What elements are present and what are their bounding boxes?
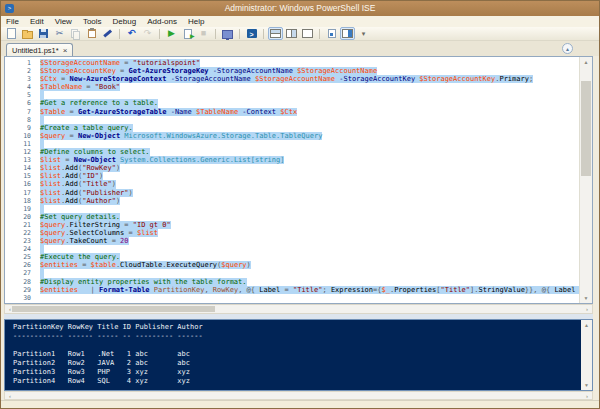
code-line[interactable]: 17$list.Add("Publisher") bbox=[5, 189, 580, 197]
collapse-script-pane-button[interactable]: ▴ bbox=[562, 43, 573, 54]
code-text: #Set query details. bbox=[40, 213, 120, 221]
code-line[interactable]: 26$entities = $table.CloudTable.ExecuteQ… bbox=[5, 261, 580, 269]
code-line[interactable]: 7$Table = Get-AzureStorageTable -Name $T… bbox=[5, 108, 580, 116]
menu-debug[interactable]: Debug bbox=[113, 17, 137, 26]
tab-untitled1[interactable]: Untitled1.ps1* × bbox=[6, 43, 73, 57]
code-line[interactable]: 2$StorageAccountKey = Get-AzureStorageKe… bbox=[5, 67, 580, 75]
code-text: $query.SelectColumns = $list bbox=[40, 229, 158, 237]
editor-vscroll-thumb[interactable] bbox=[581, 81, 591, 176]
scroll-right-icon[interactable]: › bbox=[582, 392, 592, 399]
code-text: $query.TakeCount = 20 bbox=[40, 237, 129, 245]
undo-button[interactable] bbox=[124, 27, 139, 40]
code-line[interactable]: 21$query.FilterString = "ID gt 0" bbox=[5, 221, 580, 229]
console-output-pane[interactable]: PartitionKey RowKey Title ID Publisher A… bbox=[4, 319, 593, 391]
line-number: 8 bbox=[5, 116, 40, 124]
line-number: 24 bbox=[5, 245, 40, 253]
show-script-pane-maximized-button[interactable] bbox=[300, 27, 315, 40]
scroll-left-icon[interactable]: ‹ bbox=[5, 392, 15, 399]
scroll-down-icon[interactable]: ▼ bbox=[580, 293, 592, 303]
editor-horizontal-scrollbar[interactable]: ‹ › bbox=[4, 304, 593, 314]
code-line[interactable]: 1$StorageAccountName = "tutorialspoint" bbox=[5, 59, 580, 67]
code-line[interactable]: 14$list.Add("RowKey") bbox=[5, 164, 580, 172]
show-command-addon-button[interactable] bbox=[340, 27, 355, 40]
code-line[interactable]: 5 bbox=[5, 91, 580, 99]
cut-button[interactable] bbox=[52, 27, 67, 40]
menu-edit[interactable]: Edit bbox=[30, 17, 44, 26]
code-line[interactable]: 6#Get a reference to a table. bbox=[5, 99, 580, 107]
tab-close-icon[interactable]: × bbox=[63, 45, 68, 57]
clear-console-pane-button[interactable] bbox=[100, 27, 115, 40]
paste-button[interactable] bbox=[84, 27, 99, 40]
code-line[interactable]: 23$query.TakeCount = 20 bbox=[5, 237, 580, 245]
code-line[interactable]: 18$list.Add("Author") bbox=[5, 197, 580, 205]
line-number: 13 bbox=[5, 156, 40, 164]
code-line[interactable]: 28#Display entity properties with the ta… bbox=[5, 278, 580, 286]
code-line[interactable]: 24 bbox=[5, 245, 580, 253]
window-title: Administrator: Windows PowerShell ISE bbox=[225, 3, 376, 13]
code-line[interactable]: 29$entities | Format-Table PartitionKey,… bbox=[5, 286, 580, 294]
line-number: 18 bbox=[5, 197, 40, 205]
code-text: #Get a reference to a table. bbox=[40, 99, 158, 107]
code-line[interactable]: 8 bbox=[5, 116, 580, 124]
code-line[interactable]: 19 bbox=[5, 205, 580, 213]
line-number: 3 bbox=[5, 75, 40, 83]
code-line[interactable]: 4$TableName = "Book" bbox=[5, 83, 580, 91]
code-text: $list = New-Object System.Collections.Ge… bbox=[40, 156, 284, 164]
editor-vertical-scrollbar[interactable]: ▲ ▼ bbox=[579, 57, 592, 303]
script-editor-pane[interactable]: 1$StorageAccountName = "tutorialspoint"2… bbox=[4, 56, 593, 304]
show-command-window-button[interactable] bbox=[324, 27, 339, 40]
toolbar-overflow-icon bbox=[358, 28, 369, 39]
console-horizontal-scrollbar[interactable]: ‹ › bbox=[4, 391, 593, 400]
run-selection-button[interactable] bbox=[180, 27, 195, 40]
code-text bbox=[40, 245, 44, 253]
line-number: 23 bbox=[5, 237, 40, 245]
save-button[interactable] bbox=[36, 27, 51, 40]
code-line[interactable]: 25#Execute the query. bbox=[5, 253, 580, 261]
stop-operation-icon bbox=[198, 28, 209, 39]
code-line[interactable]: 9#Create a table query. bbox=[5, 124, 580, 132]
code-line[interactable]: 12#Define columns to select. bbox=[5, 148, 580, 156]
title-bar: > Administrator: Windows PowerShell ISE bbox=[1, 1, 599, 16]
code-area[interactable]: 1$StorageAccountName = "tutorialspoint"2… bbox=[5, 59, 580, 303]
show-script-pane-top-button[interactable] bbox=[268, 27, 283, 40]
menu-tools[interactable]: Tools bbox=[83, 17, 102, 26]
show-script-pane-right-button[interactable] bbox=[284, 27, 299, 40]
scroll-down-icon[interactable]: ▼ bbox=[581, 380, 592, 390]
code-line[interactable]: 11 bbox=[5, 140, 580, 148]
new-script-button[interactable] bbox=[4, 27, 19, 40]
code-line[interactable]: 15$list.Add("ID") bbox=[5, 172, 580, 180]
code-line[interactable]: 16$list.Add("Title") bbox=[5, 180, 580, 188]
line-number: 25 bbox=[5, 253, 40, 261]
code-line[interactable]: 27 bbox=[5, 269, 580, 277]
toolbar-separator bbox=[263, 29, 264, 39]
line-number: 17 bbox=[5, 189, 40, 197]
menu-view[interactable]: View bbox=[55, 17, 72, 26]
code-text bbox=[40, 269, 44, 277]
copy-icon bbox=[70, 28, 81, 39]
code-line[interactable]: 3$Ctx = New-AzureStorageContext -Storage… bbox=[5, 75, 580, 83]
start-powershell-exe-button[interactable] bbox=[244, 27, 259, 40]
code-line[interactable]: 20#Set query details. bbox=[5, 213, 580, 221]
show-script-pane-right-icon bbox=[286, 29, 297, 38]
redo-icon bbox=[142, 28, 153, 39]
editor-hscroll-thumb[interactable] bbox=[12, 306, 215, 312]
code-line[interactable]: 22$query.SelectColumns = $list bbox=[5, 229, 580, 237]
new-remote-powershell-tab-button[interactable] bbox=[220, 27, 235, 40]
toolbar-overflow-button[interactable] bbox=[356, 27, 371, 40]
console-vertical-scrollbar[interactable]: ▲ ▼ bbox=[581, 320, 592, 390]
scroll-right-icon[interactable]: › bbox=[582, 305, 592, 313]
show-command-window-icon bbox=[328, 29, 336, 38]
line-number: 12 bbox=[5, 148, 40, 156]
code-line[interactable]: 30 bbox=[5, 294, 580, 302]
scroll-up-icon[interactable]: ▲ bbox=[581, 320, 592, 330]
menu-addons[interactable]: Add-ons bbox=[147, 17, 177, 26]
line-number: 30 bbox=[5, 294, 40, 302]
menu-help[interactable]: Help bbox=[188, 17, 204, 26]
run-script-button[interactable] bbox=[164, 27, 179, 40]
code-line[interactable]: 13$list = New-Object System.Collections.… bbox=[5, 156, 580, 164]
toolbar-separator bbox=[239, 29, 240, 39]
scroll-up-icon[interactable]: ▲ bbox=[580, 57, 592, 67]
menu-file[interactable]: File bbox=[6, 17, 19, 26]
code-line[interactable]: 10$query = New-Object Microsoft.WindowsA… bbox=[5, 132, 580, 140]
open-script-button[interactable] bbox=[20, 27, 35, 40]
